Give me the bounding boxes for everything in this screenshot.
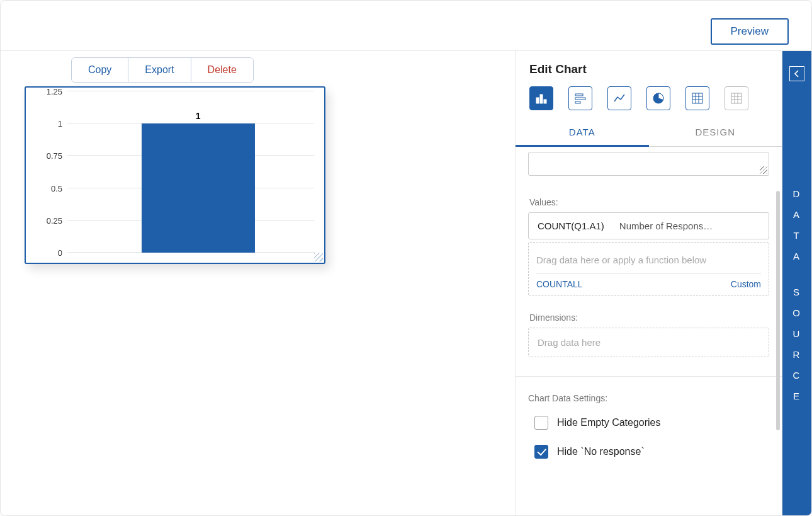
y-tick-1: 0.25 bbox=[47, 215, 62, 225]
export-button[interactable]: Export bbox=[128, 58, 190, 82]
values-dropzone[interactable]: Drag data here or apply a function below… bbox=[528, 242, 769, 296]
y-tick-3: 0.75 bbox=[47, 151, 62, 161]
svg-rect-5 bbox=[575, 101, 580, 103]
hide-no-response-label: Hide `No response` bbox=[557, 446, 645, 457]
dimensions-label: Dimensions: bbox=[529, 312, 769, 323]
countall-link[interactable]: COUNTALL bbox=[536, 279, 583, 289]
custom-link[interactable]: Custom bbox=[731, 279, 761, 289]
delete-button[interactable]: Delete bbox=[191, 58, 253, 82]
pie-chart-icon bbox=[652, 92, 665, 105]
line-chart-icon bbox=[613, 92, 626, 105]
chart-type-grid-button[interactable] bbox=[725, 86, 748, 110]
right-panel: Edit Chart bbox=[516, 51, 811, 515]
data-source-rail[interactable]: DATA SOURCE bbox=[782, 51, 811, 515]
y-tick-0: 0 bbox=[58, 248, 62, 258]
hide-empty-checkbox[interactable] bbox=[534, 416, 548, 430]
panel-title: Edit Chart bbox=[529, 62, 782, 76]
chart-actions-toolbar: Copy Export Delete bbox=[71, 57, 254, 83]
canvas-area: Copy Export Delete 0 0.25 0.5 0.75 1 1.2… bbox=[1, 51, 516, 515]
chevron-left-icon bbox=[792, 69, 801, 78]
hide-empty-label: Hide Empty Categories bbox=[557, 417, 661, 428]
value-formula: COUNT(Q1.A1) bbox=[538, 221, 604, 231]
svg-rect-4 bbox=[575, 98, 585, 100]
tab-data[interactable]: DATA bbox=[516, 127, 649, 147]
chart-plot-area: 0 0.25 0.5 0.75 1 1.25 1 bbox=[67, 91, 314, 253]
textarea-resize-icon[interactable] bbox=[760, 166, 767, 174]
svg-rect-3 bbox=[575, 94, 583, 96]
top-bar: Preview bbox=[1, 1, 811, 51]
values-label: Values: bbox=[529, 197, 769, 207]
svg-rect-7 bbox=[692, 93, 702, 103]
y-tick-2: 0.5 bbox=[51, 183, 62, 193]
y-tick-5: 1.25 bbox=[47, 87, 62, 96]
preview-button[interactable]: Preview bbox=[711, 18, 789, 45]
values-drag-hint: Drag data here or apply a function below bbox=[536, 251, 761, 274]
resize-handle-icon[interactable] bbox=[314, 253, 323, 261]
chart-type-row bbox=[516, 86, 782, 110]
chart-widget[interactable]: 0 0.25 0.5 0.75 1 1.25 1 bbox=[25, 86, 325, 264]
scrollbar[interactable] bbox=[776, 191, 780, 430]
bar-0 bbox=[142, 123, 255, 253]
value-item[interactable]: COUNT(Q1.A1) Number of Respons… bbox=[528, 212, 769, 239]
chart-type-table-button[interactable] bbox=[685, 86, 709, 110]
svg-rect-2 bbox=[544, 100, 546, 103]
tab-strip: DATA DESIGN bbox=[516, 127, 782, 147]
svg-rect-0 bbox=[536, 98, 539, 103]
chart-type-bar-button[interactable] bbox=[529, 86, 553, 110]
table-icon bbox=[691, 92, 704, 105]
hbar-chart-icon bbox=[574, 92, 587, 105]
chart-type-line-button[interactable] bbox=[607, 86, 631, 110]
chart-settings-label: Chart Data Settings: bbox=[528, 393, 769, 403]
bar-group: 1 bbox=[142, 91, 255, 253]
dimensions-dropzone[interactable]: Drag data here bbox=[528, 328, 769, 357]
notes-textarea[interactable] bbox=[528, 152, 769, 176]
chart-type-hbar-button[interactable] bbox=[568, 86, 592, 110]
bar-chart-icon bbox=[535, 92, 548, 105]
tab-design[interactable]: DESIGN bbox=[649, 127, 782, 147]
bar-label-0: 1 bbox=[142, 111, 255, 121]
divider bbox=[516, 376, 782, 377]
svg-rect-1 bbox=[540, 95, 543, 103]
collapse-panel-button[interactable] bbox=[789, 66, 804, 81]
rail-label: DATA SOURCE bbox=[792, 188, 801, 401]
y-tick-4: 1 bbox=[58, 119, 62, 129]
value-description: Number of Respons… bbox=[619, 221, 760, 231]
svg-rect-12 bbox=[731, 93, 742, 103]
copy-button[interactable]: Copy bbox=[72, 58, 128, 82]
chart-type-pie-button[interactable] bbox=[646, 86, 670, 110]
grid-icon bbox=[730, 92, 743, 105]
hide-no-response-checkbox[interactable] bbox=[534, 445, 548, 459]
